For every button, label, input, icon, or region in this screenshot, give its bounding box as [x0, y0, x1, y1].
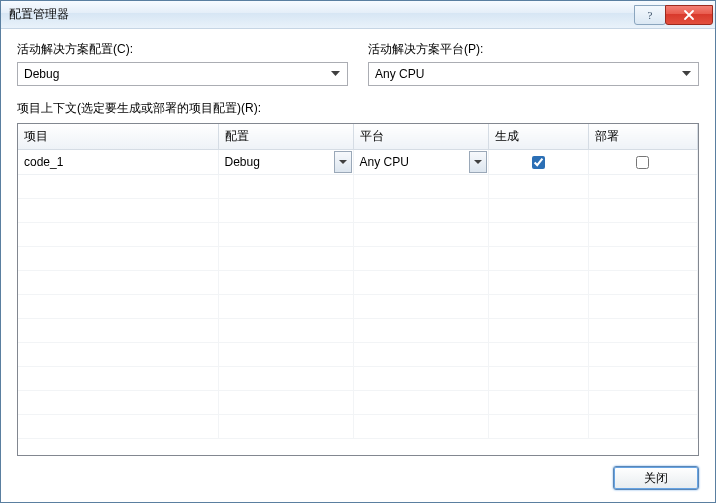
chevron-down-icon [474, 160, 482, 165]
col-header-config[interactable]: 配置 [218, 124, 353, 150]
active-platform-label: 活动解决方案平台(P): [368, 41, 699, 58]
deploy-checkbox[interactable] [636, 156, 649, 169]
active-config-dropdown-button[interactable] [327, 63, 343, 85]
window-title: 配置管理器 [9, 6, 635, 23]
cell-deploy [588, 150, 698, 175]
dialog-footer: 关闭 [17, 456, 699, 490]
project-context-grid[interactable]: 项目 配置 平台 生成 部署 code_1 Debug [17, 123, 699, 456]
client-area: 活动解决方案配置(C): Debug 活动解决方案平台(P): Any CPU [1, 29, 715, 502]
table-row [18, 343, 698, 367]
platform-cell-dropdown-button[interactable] [469, 151, 487, 173]
config-cell-value: Debug [220, 151, 334, 173]
window-close-button[interactable] [665, 5, 713, 25]
context-label: 项目上下文(选定要生成或部署的项目配置)(R): [17, 100, 699, 117]
cell-config: Debug [218, 150, 353, 175]
table-row [18, 367, 698, 391]
svg-text:?: ? [648, 9, 653, 21]
cell-build [488, 150, 588, 175]
table-row [18, 223, 698, 247]
help-button[interactable]: ? [634, 5, 666, 25]
active-config-field: 活动解决方案配置(C): Debug [17, 41, 348, 86]
table-row [18, 199, 698, 223]
build-checkbox[interactable] [532, 156, 545, 169]
close-icon [683, 9, 695, 21]
configuration-manager-window: 配置管理器 ? 活动解决方案配置(C): Debug [0, 0, 716, 503]
platform-cell-combobox[interactable]: Any CPU [355, 151, 487, 173]
table-row [18, 415, 698, 439]
close-button[interactable]: 关闭 [613, 466, 699, 490]
active-platform-dropdown-button[interactable] [678, 63, 694, 85]
cell-project: code_1 [18, 150, 218, 175]
table-row [18, 271, 698, 295]
config-cell-combobox[interactable]: Debug [220, 151, 352, 173]
col-header-project[interactable]: 项目 [18, 124, 218, 150]
help-icon: ? [644, 9, 656, 21]
active-platform-field: 活动解决方案平台(P): Any CPU [368, 41, 699, 86]
chevron-down-icon [682, 71, 691, 77]
col-header-platform[interactable]: 平台 [353, 124, 488, 150]
grid-header-row: 项目 配置 平台 生成 部署 [18, 124, 698, 150]
platform-cell-value: Any CPU [355, 151, 469, 173]
table-row [18, 391, 698, 415]
top-fields: 活动解决方案配置(C): Debug 活动解决方案平台(P): Any CPU [17, 41, 699, 86]
config-cell-dropdown-button[interactable] [334, 151, 352, 173]
table-row [18, 295, 698, 319]
active-config-value: Debug [24, 67, 327, 81]
cell-platform: Any CPU [353, 150, 488, 175]
chevron-down-icon [331, 71, 340, 77]
col-header-build[interactable]: 生成 [488, 124, 588, 150]
active-config-label: 活动解决方案配置(C): [17, 41, 348, 58]
active-platform-combobox[interactable]: Any CPU [368, 62, 699, 86]
table-row [18, 175, 698, 199]
chevron-down-icon [339, 160, 347, 165]
col-header-deploy[interactable]: 部署 [588, 124, 698, 150]
table-row [18, 319, 698, 343]
active-platform-value: Any CPU [375, 67, 678, 81]
table-row[interactable]: code_1 Debug Any CPU [18, 150, 698, 175]
active-config-combobox[interactable]: Debug [17, 62, 348, 86]
titlebar[interactable]: 配置管理器 ? [1, 1, 715, 29]
table-row [18, 247, 698, 271]
window-controls: ? [635, 5, 713, 25]
